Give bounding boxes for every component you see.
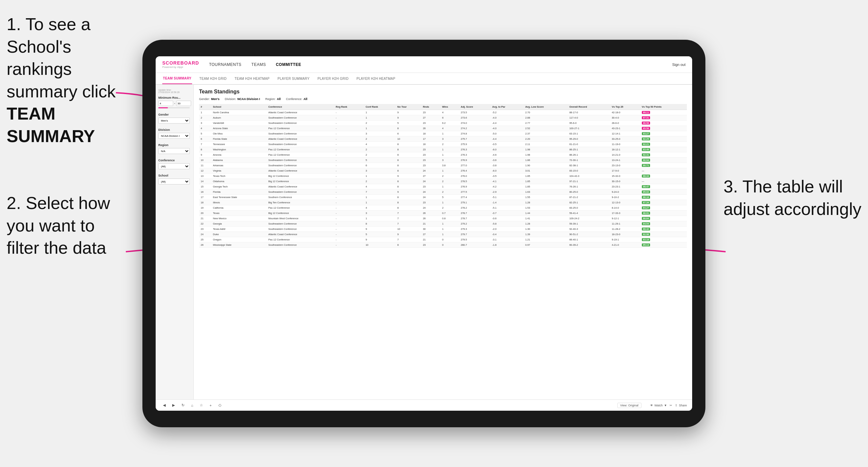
filter-gender: Gender Men's Women's <box>158 113 191 124</box>
cell-conf-rank: 4 <box>364 205 396 211</box>
school-select[interactable]: (All) <box>158 179 190 185</box>
tab-player-summary[interactable]: PLAYER SUMMARY <box>277 73 310 84</box>
cell-avg-low: 1.98 <box>524 152 568 158</box>
reload-btn[interactable]: ↻ <box>180 402 186 409</box>
table-row: 20 Texas Big 12 Conference - 3 7 26 0.7 … <box>199 211 687 216</box>
cell-wins: 4 <box>440 126 459 131</box>
cell-adj-score: 276.9 <box>459 158 491 163</box>
cell-conf-rank: 9 <box>364 226 396 232</box>
score-badge: 80.94 <box>642 159 650 162</box>
cell-avg-low: 1.53 <box>524 205 568 211</box>
cell-overall-rec: 63-15-1 <box>568 131 610 136</box>
table-title: Team Standings <box>199 89 687 95</box>
cell-vs-top25: 18-23-0 <box>610 232 640 237</box>
share-btn[interactable]: ⇧ Share <box>675 404 687 407</box>
clock-btn[interactable]: ⏲ <box>217 402 223 409</box>
cell-wins: 3.8 <box>440 163 459 168</box>
region-select[interactable]: N/A All <box>158 148 190 154</box>
zoom-btn[interactable]: + <box>207 402 214 409</box>
subnav: TEAM SUMMARY TEAM H2H GRID TEAM H2H HEAT… <box>156 73 692 85</box>
cell-avg-low: 1.30 <box>524 226 568 232</box>
score-badge: 83.27 <box>642 132 650 135</box>
cell-reg-rank: - <box>334 142 364 147</box>
cell-vs-top50: 87.31 <box>640 115 687 121</box>
cell-conference: Southeastern Conference <box>267 221 334 226</box>
bookmark-btn[interactable]: ☆ <box>198 402 205 409</box>
cell-no-tour: 7 <box>396 211 421 216</box>
cell-overall-rec: 86-26-1 <box>568 152 610 158</box>
tab-team-h2h-heatmap[interactable]: TEAM H2H HEATMAP <box>234 73 270 84</box>
cell-adj-score: 276.3 <box>459 152 491 158</box>
forward-btn[interactable]: ▶ <box>170 402 177 409</box>
view-original-btn[interactable]: View: Original <box>617 403 642 408</box>
cell-rnds: 24 <box>421 168 440 174</box>
cell-avg-low: 1.85 <box>524 184 568 189</box>
cell-vs-top25: 23-23-1 <box>610 184 640 189</box>
cell-no-tour: 10 <box>396 226 421 232</box>
cell-vs-top25: 30-15-0 <box>610 179 640 184</box>
table-row: 3 Vanderbilt Southeastern Conference - 2… <box>199 121 687 126</box>
cell-school: Oregon <box>211 237 267 243</box>
clip-btn[interactable]: ✂ <box>670 404 672 407</box>
cell-vs-top50: 84.27 <box>640 205 687 211</box>
score-badge: 85.02 <box>642 190 650 193</box>
tablet-screen: SCOREBOARD Powered by clippi TOURNAMENTS… <box>156 56 692 411</box>
min-rounds-from[interactable] <box>158 101 173 106</box>
cell-reg-rank: - <box>334 184 364 189</box>
cell-rank: 22 <box>199 221 211 226</box>
cell-rnds: 24 <box>421 205 440 211</box>
sign-out-link[interactable]: Sign out <box>672 63 685 67</box>
cell-wins: 1 <box>440 147 459 152</box>
nav-committee[interactable]: COMMITTEE <box>276 61 301 68</box>
filter-bar-conference: Conference: All <box>286 97 307 101</box>
filter-bar-gender: Gender: Men's <box>199 97 220 101</box>
tab-player-h2h-grid[interactable]: PLAYER H2H GRID <box>317 73 349 84</box>
cell-reg-rank: - <box>334 115 364 121</box>
cell-avg-par: -0.4 <box>491 232 524 237</box>
cell-rnds: 24 <box>421 189 440 195</box>
score-badge: 88.84 <box>642 217 650 220</box>
score-badge: 84.27 <box>642 206 650 209</box>
app-logo: SCOREBOARD Powered by clippi <box>162 60 199 68</box>
cell-rank: 10 <box>199 158 211 163</box>
cell-rank: 7 <box>199 142 211 147</box>
cell-vs-top50: 82.98 <box>640 232 687 237</box>
filter-conference: Conference (All) <box>158 159 191 169</box>
cell-rnds: 23 <box>421 163 440 168</box>
back-btn[interactable]: ◀ <box>161 402 167 409</box>
cell-vs-top25: 8-14-0 <box>610 205 640 211</box>
cell-vs-top25: 30-4-0 <box>610 115 640 121</box>
cell-reg-rank: - <box>334 174 364 179</box>
score-badge: 82.98 <box>642 233 650 236</box>
tab-team-h2h-grid[interactable]: TEAM H2H GRID <box>199 73 227 84</box>
home-btn[interactable]: ⌂ <box>189 402 195 409</box>
cell-avg-par: -4.2 <box>491 184 524 189</box>
min-rounds-to[interactable] <box>176 101 191 106</box>
cell-vs-top25: 43-23-1 <box>610 126 640 131</box>
cell-avg-par: -3.6 <box>491 158 524 163</box>
cell-overall-rec: 95-6-0 <box>568 121 610 126</box>
cell-no-tour: 9 <box>396 189 421 195</box>
tab-team-summary[interactable]: TEAM SUMMARY <box>162 73 192 84</box>
conference-select[interactable]: (All) <box>158 163 190 169</box>
cell-school: Vanderbilt <box>211 121 267 126</box>
nav-tournaments[interactable]: TOURNAMENTS <box>209 61 241 68</box>
gender-select[interactable]: Men's Women's <box>158 118 190 124</box>
division-select[interactable]: NCAA Division I NCAA Division II NCAA Di… <box>158 133 190 139</box>
cell-vs-top50: 80.71 <box>640 163 687 168</box>
rounds-slider[interactable] <box>158 107 190 108</box>
cell-reg-rank: - <box>334 110 364 115</box>
cell-rank: 23 <box>199 226 211 232</box>
cell-rnds: 21 <box>421 237 440 243</box>
cell-overall-rec: 90-51-2 <box>568 232 610 237</box>
cell-vs-top25: 9-10-2 <box>610 195 640 200</box>
score-badge: 88.34 <box>642 175 650 178</box>
tab-player-h2h-heatmap[interactable]: PLAYER H2H HEATMAP <box>356 73 396 84</box>
cell-vs-top25: 23-13-0 <box>610 163 640 168</box>
cell-rnds: 26 <box>421 126 440 131</box>
watch-btn[interactable]: 👁 Watch ▼ <box>650 404 667 407</box>
filter-division: Division NCAA Division I NCAA Division I… <box>158 128 191 139</box>
cell-vs-top25: 17-33-3 <box>610 211 640 216</box>
cell-conf-rank: 7 <box>364 189 396 195</box>
nav-teams[interactable]: TEAMS <box>251 61 266 68</box>
